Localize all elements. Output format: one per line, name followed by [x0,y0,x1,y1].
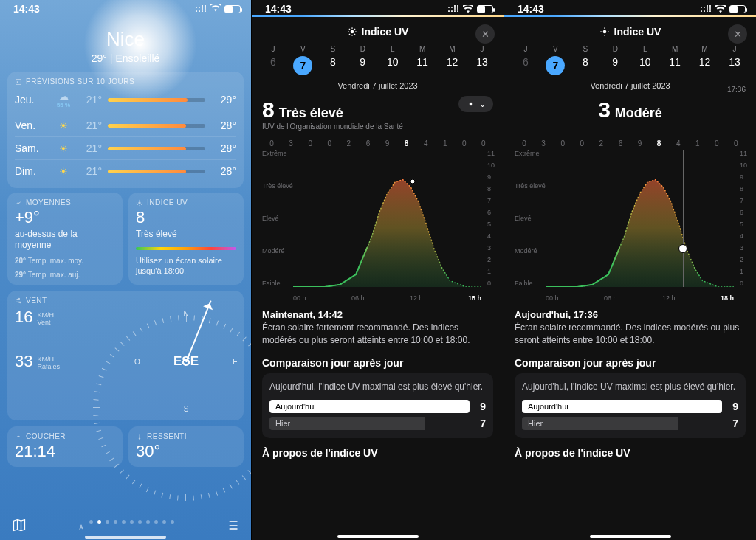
wind-card[interactable]: VENT 16 KM/HVent 33 KM/HRafales N S E O … [7,291,244,420]
day-option[interactable]: D9 [351,45,374,75]
svg-point-1 [350,30,354,34]
sunset-card[interactable]: COUCHER 21:14 [7,426,123,467]
chart-scrub-line[interactable] [683,150,684,287]
day-option[interactable]: V7 [544,45,566,75]
uv-scale [136,247,236,250]
day-option[interactable]: M11 [411,45,433,75]
weather-home-panel: 14:43 ::!! Nice 29°|Ensoleillé PRÉVISION… [0,0,251,540]
forecast-row[interactable]: Ven. ☀︎ 21° 28° [15,114,236,136]
forecast-row[interactable]: Dim. ☀︎ 21° 28° [15,159,236,182]
day-selector[interactable]: J6V7S8D9L10M11M12J13 [504,45,756,75]
day-option[interactable]: J13 [471,45,493,75]
map-button[interactable] [12,518,27,536]
day-option[interactable]: M12 [694,45,716,75]
uv-card[interactable]: INDICE UV 8 Très élevé Utilisez un écran… [128,193,244,285]
avg-value: +9° [15,208,115,227]
uv-chart[interactable]: 030026984100 ExtrêmeTrès élevéÉlevéModér… [515,139,746,302]
battery-icon [224,5,241,13]
status-time: 14:43 [13,3,40,15]
svg-point-0 [138,201,140,204]
uv-label: Très élevé [279,105,343,121]
wind-compass: N S E O ESE [134,310,238,413]
uv-chart[interactable]: 030026984100 ExtrêmeTrès élevéÉlevéModér… [262,139,493,302]
svg-point-3 [602,30,606,34]
comparison-card: Aujourd'hui, l'indice UV maximal est plu… [262,373,493,439]
chart-now-marker [410,179,415,184]
home-indicator[interactable] [85,536,166,539]
wifi-icon [210,4,221,14]
day-selector[interactable]: J6V7S8D9L10M11M12J13 [252,45,504,75]
forecast-rows: Jeu. ☁︎55 % 21° 29°Ven. ☀︎ 21° 28°Sam. ☀… [15,86,236,182]
day-option[interactable]: M12 [441,45,464,75]
chart-selection-marker[interactable] [678,244,687,253]
day-option[interactable]: V7 [292,45,314,75]
sky-sun-glare [74,0,207,111]
day-option[interactable]: D9 [604,45,626,75]
uv-sheet-title: Indice UV [347,26,409,38]
close-button[interactable]: ✕ [475,24,495,44]
uv-detail-now-panel: 14:43 ::!! Indice UV ✕ J6V7S8D9L10M11M12… [251,0,504,540]
list-button[interactable] [224,518,239,536]
day-option[interactable]: J6 [515,45,537,75]
day-option[interactable]: J6 [262,45,284,75]
day-option[interactable]: M11 [664,45,686,75]
feels-like-card[interactable]: RESSENTI 30° [128,426,244,467]
averages-card[interactable]: MOYENNES +9° au-dessus de la moyenne 20°… [7,193,123,285]
day-option[interactable]: L10 [382,45,404,75]
close-button[interactable]: ✕ [728,24,747,44]
uv-detail-selected-panel: 14:43 ::!! Indice UV ✕ J6V7S8D9L10M11M12… [504,0,756,540]
home-indicator[interactable] [590,535,671,538]
page-dots[interactable] [78,520,174,533]
forecast-title: PRÉVISIONS SUR 10 JOURS [15,77,236,86]
uv-value: 8 [262,97,275,122]
units-button[interactable]: ⌄ [458,96,493,112]
day-option[interactable]: L10 [634,45,656,75]
svg-point-2 [470,103,473,106]
day-option[interactable]: J13 [724,45,746,75]
day-option[interactable]: S8 [322,45,344,75]
forecast-row[interactable]: Sam. ☀︎ 21° 28° [15,136,236,159]
day-option[interactable]: S8 [574,45,597,75]
home-indicator[interactable] [337,535,419,538]
chevron-down-icon: ⌄ [479,100,486,109]
